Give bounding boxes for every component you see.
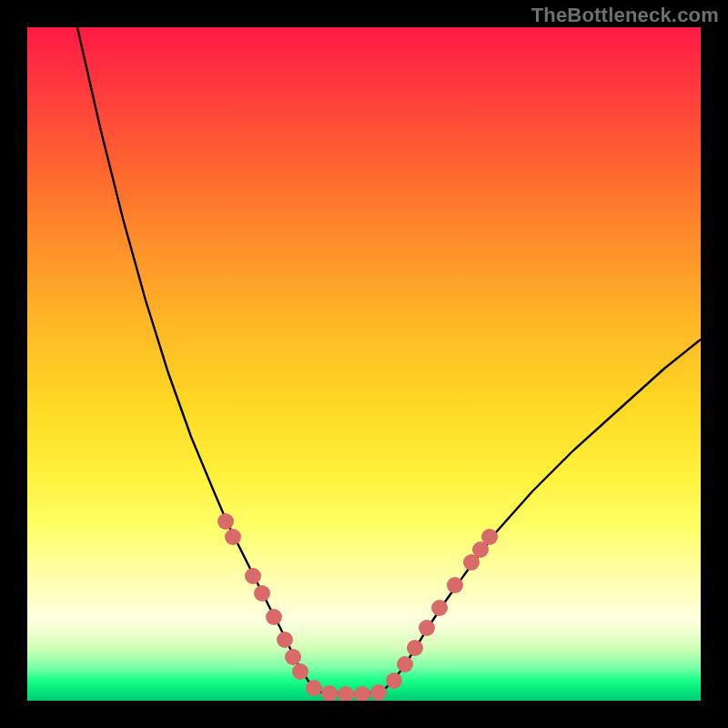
marker-dot xyxy=(245,568,261,584)
marker-dot xyxy=(431,600,448,616)
chart-svg xyxy=(27,27,701,701)
marker-dot xyxy=(386,672,402,689)
marker-dot xyxy=(217,513,234,530)
marker-dot xyxy=(481,529,498,545)
marker-dot xyxy=(419,620,435,636)
marker-dot xyxy=(277,632,293,648)
marker-dot xyxy=(266,609,282,625)
marker-dot xyxy=(225,529,241,545)
plot-area xyxy=(27,27,701,701)
left-curve xyxy=(77,27,318,692)
marker-dot xyxy=(407,640,423,656)
marker-dot xyxy=(354,686,370,701)
right-curve xyxy=(382,339,701,692)
marker-dot xyxy=(397,656,413,672)
watermark-text: TheBottleneck.com xyxy=(531,4,719,27)
marker-dot xyxy=(292,663,308,680)
marker-group xyxy=(217,513,498,701)
marker-dot xyxy=(321,685,338,701)
marker-dot xyxy=(370,684,387,701)
marker-dot xyxy=(447,577,463,593)
marker-dot xyxy=(338,686,354,701)
marker-dot xyxy=(254,585,270,602)
marker-dot xyxy=(306,680,322,696)
marker-dot xyxy=(285,649,301,665)
curve-group xyxy=(77,27,701,694)
